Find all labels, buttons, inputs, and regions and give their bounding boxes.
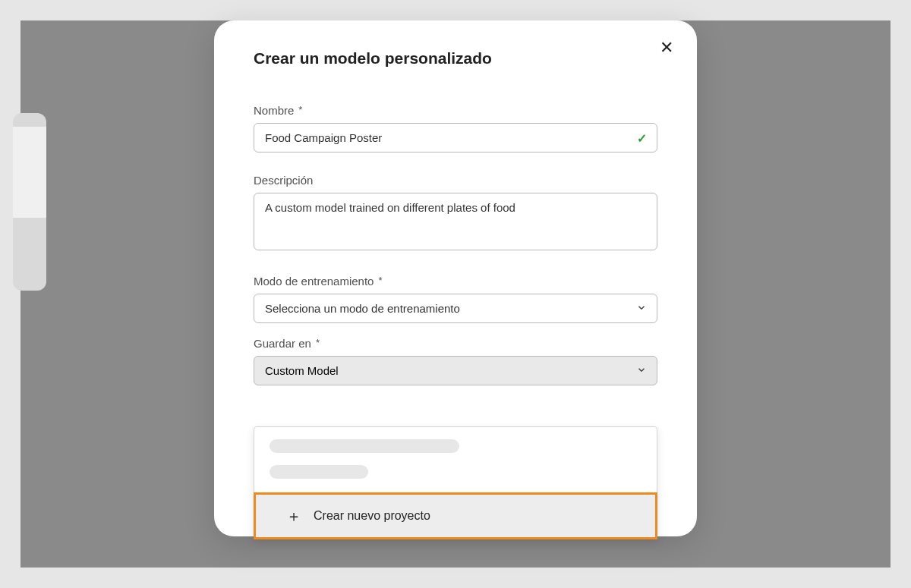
name-input-wrap: ✓ <box>254 123 657 153</box>
save-in-select-wrap: Custom Model <box>254 356 657 385</box>
training-mode-label-text: Modo de entrenamiento <box>254 275 374 288</box>
plus-icon: ＋ <box>286 508 301 524</box>
save-in-label: Guardar en * <box>254 337 657 350</box>
training-mode-select[interactable]: Selecciona un modo de entrenamiento <box>254 294 657 323</box>
save-in-dropdown: ＋ Crear nuevo proyecto <box>254 426 657 539</box>
required-asterisk-icon: * <box>378 275 382 286</box>
create-new-project-label: Crear nuevo proyecto <box>314 509 430 523</box>
required-asterisk-icon: * <box>298 104 302 115</box>
create-model-modal: ✕ Crear un modelo personalizado Nombre *… <box>214 20 697 536</box>
save-in-select[interactable]: Custom Model <box>254 356 657 385</box>
name-input[interactable] <box>254 123 657 153</box>
description-input[interactable] <box>254 193 657 250</box>
description-label-text: Descripción <box>254 174 313 187</box>
description-label: Descripción <box>254 174 657 187</box>
background-card <box>13 113 46 291</box>
create-new-project-option[interactable]: ＋ Crear nuevo proyecto <box>254 492 657 539</box>
training-mode-select-wrap: Selecciona un modo de entrenamiento <box>254 294 657 323</box>
close-button[interactable]: ✕ <box>656 37 677 58</box>
training-mode-label: Modo de entrenamiento * <box>254 275 657 288</box>
description-input-wrap <box>254 193 657 253</box>
skeleton-line <box>270 465 368 479</box>
name-label: Nombre * <box>254 104 657 117</box>
skeleton-line <box>270 439 459 453</box>
required-asterisk-icon: * <box>316 337 320 348</box>
modal-title: Crear un modelo personalizado <box>254 49 657 68</box>
save-in-label-text: Guardar en <box>254 337 311 350</box>
close-icon: ✕ <box>660 38 673 57</box>
dropdown-loading <box>254 427 657 479</box>
name-label-text: Nombre <box>254 104 294 117</box>
